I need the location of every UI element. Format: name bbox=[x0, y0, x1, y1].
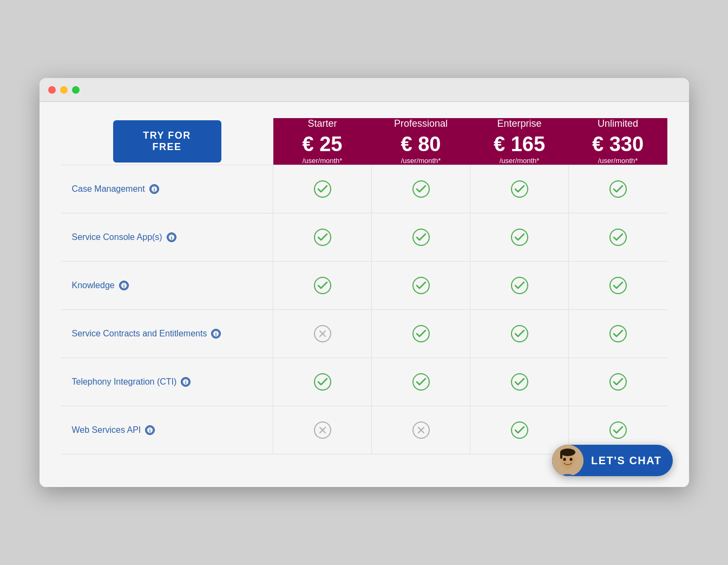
info-icon[interactable]: i bbox=[211, 329, 221, 339]
table-row: Knowledgei bbox=[61, 262, 667, 310]
info-icon[interactable]: i bbox=[119, 281, 129, 290]
checkmark-icon bbox=[412, 325, 430, 342]
feature-label-text: Service Contracts and Entitlements bbox=[72, 329, 207, 339]
check-icon bbox=[569, 213, 667, 262]
checkmark-icon bbox=[511, 325, 528, 342]
feature-cell: Service Contracts and Entitlementsi bbox=[61, 310, 273, 358]
try-free-button[interactable]: TRY FOR FREE bbox=[113, 120, 221, 163]
plan-name-unlimited: Unlimited bbox=[569, 118, 667, 129]
checkmark-icon bbox=[314, 373, 331, 391]
check-icon bbox=[372, 213, 470, 262]
svg-text:i: i bbox=[123, 283, 124, 289]
svg-point-22 bbox=[560, 449, 575, 456]
checkmark-icon bbox=[609, 229, 627, 246]
main-window: TRY FOR FREE Starter € 25 /user/month* P… bbox=[40, 78, 689, 487]
checkmark-icon bbox=[609, 325, 627, 342]
check-icon bbox=[470, 213, 569, 262]
check-icon bbox=[372, 165, 470, 213]
checkmark-icon bbox=[412, 180, 430, 198]
svg-point-24 bbox=[563, 458, 566, 461]
check-icon bbox=[470, 406, 569, 454]
checkmark-icon bbox=[314, 229, 331, 246]
chat-button[interactable]: LET'S CHAT bbox=[552, 445, 673, 476]
cross-icon bbox=[372, 406, 470, 454]
check-icon bbox=[470, 262, 569, 310]
plan-price-starter: € 25 bbox=[273, 134, 372, 154]
checkmark-icon bbox=[609, 180, 627, 198]
header-empty-cell: TRY FOR FREE bbox=[61, 118, 273, 165]
close-button[interactable] bbox=[48, 86, 56, 94]
check-icon bbox=[470, 358, 569, 406]
check-icon bbox=[569, 310, 667, 358]
checkmark-icon bbox=[412, 373, 430, 391]
chat-avatar bbox=[552, 445, 583, 476]
feature-cell: Service Console App(s)i bbox=[61, 213, 273, 262]
svg-text:i: i bbox=[153, 187, 155, 192]
plan-price-enterprise: € 165 bbox=[470, 134, 569, 154]
feature-label-text: Knowledge bbox=[72, 281, 115, 290]
check-icon bbox=[372, 310, 470, 358]
info-icon[interactable]: i bbox=[167, 232, 176, 242]
check-icon bbox=[273, 262, 372, 310]
plan-header-unlimited: Unlimited € 330 /user/month* bbox=[569, 118, 667, 165]
table-row: Service Contracts and Entitlementsi bbox=[61, 310, 667, 358]
plan-price-unlimited: € 330 bbox=[569, 134, 667, 154]
feature-label-text: Case Management bbox=[72, 184, 145, 194]
maximize-button[interactable] bbox=[72, 86, 80, 94]
plan-period-professional: /user/month* bbox=[372, 157, 470, 165]
checkmark-icon bbox=[511, 229, 528, 246]
check-icon bbox=[569, 358, 667, 406]
avatar-image bbox=[552, 445, 583, 476]
table-row: Case Managementi bbox=[61, 165, 667, 213]
traffic-lights bbox=[48, 86, 80, 94]
minimize-button[interactable] bbox=[60, 86, 68, 94]
checkmark-icon bbox=[609, 277, 627, 294]
plan-name-enterprise: Enterprise bbox=[470, 118, 569, 129]
cross-mark-icon bbox=[412, 421, 430, 439]
check-icon bbox=[273, 358, 372, 406]
plan-header-starter: Starter € 25 /user/month* bbox=[273, 118, 372, 165]
table-row: Service Console App(s)i bbox=[61, 213, 667, 262]
feature-label-text: Web Services API bbox=[72, 425, 141, 435]
plan-header-professional: Professional € 80 /user/month* bbox=[372, 118, 470, 165]
content-area: TRY FOR FREE Starter € 25 /user/month* P… bbox=[40, 102, 689, 487]
check-icon bbox=[273, 213, 372, 262]
table-row: Telephony Integration (CTI)i bbox=[61, 358, 667, 406]
cross-mark-icon bbox=[314, 325, 331, 342]
check-icon bbox=[470, 310, 569, 358]
feature-cell: Case Managementi bbox=[61, 165, 273, 213]
checkmark-icon bbox=[511, 373, 528, 391]
svg-text:i: i bbox=[149, 428, 151, 433]
info-icon[interactable]: i bbox=[181, 377, 191, 387]
checkmark-icon bbox=[511, 277, 528, 294]
check-icon bbox=[569, 262, 667, 310]
check-icon bbox=[470, 165, 569, 213]
cross-icon bbox=[273, 406, 372, 454]
plan-period-starter: /user/month* bbox=[273, 157, 372, 165]
svg-text:i: i bbox=[185, 380, 187, 385]
titlebar bbox=[40, 78, 689, 102]
plan-name-starter: Starter bbox=[273, 118, 372, 129]
info-icon[interactable]: i bbox=[149, 184, 159, 194]
checkmark-icon bbox=[511, 421, 528, 439]
plan-period-unlimited: /user/month* bbox=[569, 157, 667, 165]
feature-cell: Web Services APIi bbox=[61, 406, 273, 454]
svg-text:i: i bbox=[170, 235, 172, 241]
checkmark-icon bbox=[511, 180, 528, 198]
pricing-table: TRY FOR FREE Starter € 25 /user/month* P… bbox=[61, 118, 667, 454]
feature-cell: Knowledgei bbox=[61, 262, 273, 310]
feature-label-text: Telephony Integration (CTI) bbox=[72, 377, 177, 387]
svg-point-25 bbox=[570, 458, 573, 461]
check-icon bbox=[372, 358, 470, 406]
chat-label: LET'S CHAT bbox=[583, 454, 673, 467]
plan-price-professional: € 80 bbox=[372, 134, 470, 154]
feature-cell: Telephony Integration (CTI)i bbox=[61, 358, 273, 406]
checkmark-icon bbox=[314, 180, 331, 198]
info-icon[interactable]: i bbox=[145, 425, 155, 435]
checkmark-icon bbox=[609, 421, 627, 439]
check-icon bbox=[372, 262, 470, 310]
checkmark-icon bbox=[609, 373, 627, 391]
plan-name-professional: Professional bbox=[372, 118, 470, 129]
feature-label-text: Service Console App(s) bbox=[72, 232, 162, 242]
check-icon bbox=[569, 165, 667, 213]
